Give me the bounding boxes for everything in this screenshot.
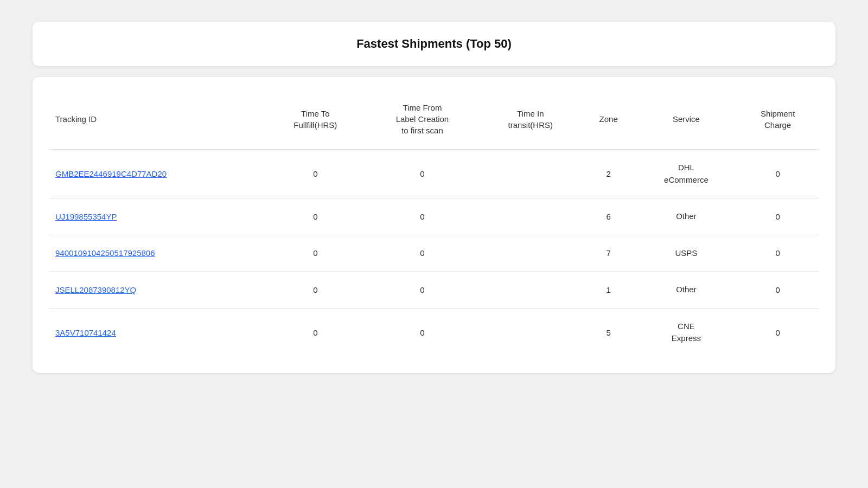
service-cell: USPS bbox=[636, 235, 737, 272]
service-cell: DHLeCommerce bbox=[636, 150, 737, 198]
time-to-fulfill-cell: 0 bbox=[266, 150, 365, 198]
tracking-id-cell: UJ199855354YP bbox=[49, 198, 266, 235]
time-in-transit-cell bbox=[480, 150, 581, 198]
time-from-label-cell: 0 bbox=[365, 235, 480, 272]
shipment-charge-cell: 0 bbox=[736, 235, 819, 272]
page-title: Fastest Shipments (Top 50) bbox=[54, 37, 814, 51]
table-header-row: Tracking ID Time ToFullfill(HRS) Time Fr… bbox=[49, 93, 819, 150]
tracking-id-cell: JSELL2087390812YQ bbox=[49, 272, 266, 309]
zone-cell: 6 bbox=[581, 198, 636, 235]
shipment-charge-cell: 0 bbox=[736, 198, 819, 235]
table-row: 3A5V710741424005CNEExpress0 bbox=[49, 308, 819, 357]
title-card: Fastest Shipments (Top 50) bbox=[33, 22, 835, 66]
col-header-shipment-charge: ShipmentCharge bbox=[736, 93, 819, 150]
zone-cell: 5 bbox=[581, 308, 636, 357]
col-header-tracking-id: Tracking ID bbox=[49, 93, 266, 150]
table-row: UJ199855354YP006Other0 bbox=[49, 198, 819, 235]
shipment-charge-cell: 0 bbox=[736, 272, 819, 309]
time-in-transit-cell bbox=[480, 198, 581, 235]
zone-cell: 7 bbox=[581, 235, 636, 272]
zone-cell: 2 bbox=[581, 150, 636, 198]
tracking-id-cell: GMB2EE2446919C4D77AD20 bbox=[49, 150, 266, 198]
tracking-id-link[interactable]: JSELL2087390812YQ bbox=[55, 285, 136, 294]
time-from-label-cell: 0 bbox=[365, 198, 480, 235]
col-header-zone: Zone bbox=[581, 93, 636, 150]
col-header-time-in-transit: Time Intransit(HRS) bbox=[480, 93, 581, 150]
shipments-table: Tracking ID Time ToFullfill(HRS) Time Fr… bbox=[49, 93, 819, 357]
table-body: GMB2EE2446919C4D77AD20002DHLeCommerce0UJ… bbox=[49, 150, 819, 357]
time-in-transit-cell bbox=[480, 235, 581, 272]
service-cell: Other bbox=[636, 198, 737, 235]
col-header-time-to-fulfill: Time ToFullfill(HRS) bbox=[266, 93, 365, 150]
table-card: Tracking ID Time ToFullfill(HRS) Time Fr… bbox=[33, 77, 835, 373]
service-cell: CNEExpress bbox=[636, 308, 737, 357]
table-row: GMB2EE2446919C4D77AD20002DHLeCommerce0 bbox=[49, 150, 819, 198]
tracking-id-cell: 3A5V710741424 bbox=[49, 308, 266, 357]
time-in-transit-cell bbox=[480, 308, 581, 357]
tracking-id-link[interactable]: GMB2EE2446919C4D77AD20 bbox=[55, 169, 167, 178]
time-from-label-cell: 0 bbox=[365, 272, 480, 309]
time-from-label-cell: 0 bbox=[365, 308, 480, 357]
tracking-id-link[interactable]: 9400109104250517925806 bbox=[55, 248, 155, 258]
service-cell: Other bbox=[636, 272, 737, 309]
tracking-id-link[interactable]: UJ199855354YP bbox=[55, 212, 117, 221]
time-in-transit-cell bbox=[480, 272, 581, 309]
shipment-charge-cell: 0 bbox=[736, 150, 819, 198]
tracking-id-cell: 9400109104250517925806 bbox=[49, 235, 266, 272]
col-header-time-from-label: Time FromLabel Creationto first scan bbox=[365, 93, 480, 150]
shipment-charge-cell: 0 bbox=[736, 308, 819, 357]
time-to-fulfill-cell: 0 bbox=[266, 272, 365, 309]
time-from-label-cell: 0 bbox=[365, 150, 480, 198]
time-to-fulfill-cell: 0 bbox=[266, 308, 365, 357]
zone-cell: 1 bbox=[581, 272, 636, 309]
tracking-id-link[interactable]: 3A5V710741424 bbox=[55, 328, 116, 337]
time-to-fulfill-cell: 0 bbox=[266, 198, 365, 235]
table-row: 9400109104250517925806007USPS0 bbox=[49, 235, 819, 272]
col-header-service: Service bbox=[636, 93, 737, 150]
time-to-fulfill-cell: 0 bbox=[266, 235, 365, 272]
table-row: JSELL2087390812YQ001Other0 bbox=[49, 272, 819, 309]
